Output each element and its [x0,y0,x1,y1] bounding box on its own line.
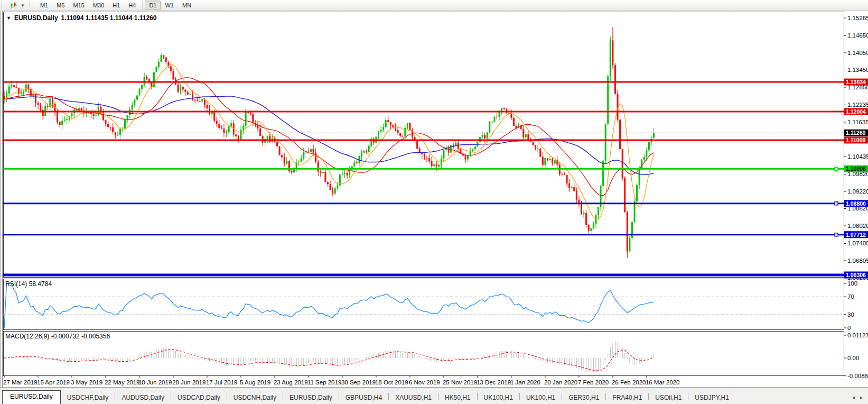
timeframe-button-m5[interactable]: M5 [52,1,69,10]
timeframe-button-m1[interactable]: M1 [36,1,52,10]
svg-text:13 Dec 2019: 13 Dec 2019 [477,379,511,385]
svg-text:0.011277: 0.011277 [847,332,868,338]
svg-text:15 Apr 2019: 15 Apr 2019 [37,379,70,385]
svg-text:30 Sep 2019: 30 Sep 2019 [341,379,376,385]
svg-text:1.10435: 1.10435 [847,153,868,160]
svg-text:27 Mar 2019: 27 Mar 2019 [3,379,38,385]
chart-tab-eurusd-daily[interactable]: EURUSD,Daily [2,390,61,404]
chart-tab-usdcnh-daily[interactable]: USDCNH,Daily [227,392,283,404]
timeframe-button-mn[interactable]: MN [178,1,195,10]
svg-text:26 Feb 2020: 26 Feb 2020 [612,379,646,385]
chart-ohlc-values: 1.11094 1.11435 1.11044 1.11260 [61,14,157,22]
chart-window: 1.152651.146501.140501.134501.128501.122… [0,11,868,404]
chart-tab-ger30-h1[interactable]: GER30,H1 [562,392,605,404]
mt4-terminal: ▼ M1M5M15M30H1H4D1W1MN 1.152651.146501.1… [0,0,868,404]
svg-text:1.14050: 1.14050 [847,50,868,56]
chart-tab-uk100-h1[interactable]: UK100,H1 [520,392,562,404]
svg-text:17 Jul 2019: 17 Jul 2019 [206,379,237,385]
chart-tab-uk100-h1[interactable]: UK100,H1 [478,392,519,404]
svg-text:1.14650: 1.14650 [847,32,868,39]
svg-text:20 Jan 2020: 20 Jan 2020 [544,379,577,385]
timeframe-toolbar: ▼ M1M5M15M30H1H4D1W1MN [0,0,868,11]
svg-text:3 May 2019: 3 May 2019 [71,379,102,385]
svg-text:1.07712: 1.07712 [846,232,866,238]
svg-text:1.08800: 1.08800 [846,200,866,207]
svg-text:1 Jan 2020: 1 Jan 2020 [510,379,540,385]
timeframe-button-h1[interactable]: H1 [108,1,124,10]
svg-text:1.13034: 1.13034 [846,79,866,85]
svg-text:1.12235: 1.12235 [847,102,868,108]
chart-symbol: EURUSD,Daily [14,14,58,22]
svg-text:16 Mar 2020: 16 Mar 2020 [646,379,680,385]
svg-text:18 Oct 2019: 18 Oct 2019 [375,379,408,385]
svg-text:1.11635: 1.11635 [847,119,868,125]
price-axis-badges: 1.130341.120041.110091.100081.088001.077… [844,79,868,279]
chart-style-icon[interactable] [10,2,18,9]
svg-text:5 Aug 2019: 5 Aug 2019 [240,379,270,385]
svg-text:1.07405: 1.07405 [847,240,868,246]
svg-text:1.11009: 1.11009 [846,137,866,143]
svg-text:30: 30 [847,311,854,318]
tab-scroll-arrows: ◂▸ [852,394,863,400]
svg-text:7 Feb 2020: 7 Feb 2020 [578,379,609,385]
chart-collapse-icon[interactable]: ▼ [6,15,11,21]
chart-tab-xauusd-h1[interactable]: XAUUSD,H1 [389,392,438,404]
price-axis[interactable]: 1.152651.146501.140501.134501.128501.122… [844,15,868,281]
chart-tab-audusd-daily[interactable]: AUDUSD,Daily [115,392,171,404]
chart-tab-bar: EURUSD,DailyUSDCHF,DailyAUDUSD,DailyUSDC… [0,387,868,404]
svg-text:25 Nov 2019: 25 Nov 2019 [443,379,477,385]
svg-text:1.10008: 1.10008 [846,166,866,172]
svg-text:0.00: 0.00 [847,355,859,361]
svg-text:28 Jun 2019: 28 Jun 2019 [172,379,206,385]
chart-tab-usdjpy-h1[interactable]: USDJPY,H1 [688,392,735,404]
timeframe-button-d1[interactable]: D1 [145,1,161,10]
chart-tab-gbpusd-h4[interactable]: GBPUSD,H4 [339,392,388,404]
svg-text:1.06805: 1.06805 [847,258,868,264]
tab-scroll-left-icon[interactable]: ◂ [852,394,855,400]
svg-text:1.08020: 1.08020 [847,223,868,229]
chart-tab-usoil-h1[interactable]: USOil,H1 [649,392,688,404]
svg-text:70: 70 [847,293,854,300]
chart-title: ▼ EURUSD,Daily 1.11094 1.11435 1.11044 1… [6,14,156,22]
chart-tab-usdchf-daily[interactable]: USDCHF,Daily [61,392,115,404]
svg-text:23 Aug 2019: 23 Aug 2019 [274,379,308,385]
rsi-indicator-label: RSI(14) 58.4784 [5,280,52,288]
tab-scroll-right-icon[interactable]: ▸ [860,394,863,400]
chart-tab-fra40-h1[interactable]: FRA40,H1 [606,392,648,404]
time-axis[interactable]: 27 Mar 201915 Apr 20193 May 201922 May 2… [3,375,679,385]
svg-text:6 Nov 2019: 6 Nov 2019 [409,379,440,385]
chevron-down-icon[interactable]: ▼ [21,3,25,8]
svg-text:1.06306: 1.06306 [846,272,866,278]
timeframe-button-w1[interactable]: W1 [161,1,178,10]
chart-tab-usdcad-daily[interactable]: USDCAD,Daily [171,392,227,404]
svg-text:1.15265: 1.15265 [847,15,868,21]
timeframe-button-h4[interactable]: H4 [124,1,140,10]
svg-text:100: 100 [847,280,857,287]
svg-text:1.13450: 1.13450 [847,67,868,73]
svg-text:1.11260: 1.11260 [846,130,866,136]
timeframe-button-m15[interactable]: M15 [69,1,88,10]
price-chart-canvas[interactable]: 1.152651.146501.140501.134501.128501.122… [0,11,868,404]
svg-text:0: 0 [847,325,851,331]
chart-tab-hk50-h1[interactable]: HK50,H1 [438,392,477,404]
svg-text:1.09220: 1.09220 [847,188,868,195]
timeframe-buttons: M1M5M15M30H1H4D1W1MN [36,1,195,10]
svg-text:-0.008845: -0.008845 [847,373,868,379]
toolbar-grip[interactable] [2,2,5,9]
svg-text:22 May 2019: 22 May 2019 [105,379,140,385]
toolbar-grip-2[interactable] [30,2,33,9]
chart-tab-eurusd-daily[interactable]: EURUSD,Daily [283,392,339,404]
timeframe-button-m30[interactable]: M30 [89,1,108,10]
toolbar-separator [142,2,143,10]
macd-indicator-label: MACD(12,26,9) -0.000732 -0.005356 [5,333,110,340]
svg-text:10 Jun 2019: 10 Jun 2019 [138,379,172,385]
svg-text:1.12004: 1.12004 [846,108,866,115]
svg-text:11 Sep 2019: 11 Sep 2019 [307,379,341,385]
